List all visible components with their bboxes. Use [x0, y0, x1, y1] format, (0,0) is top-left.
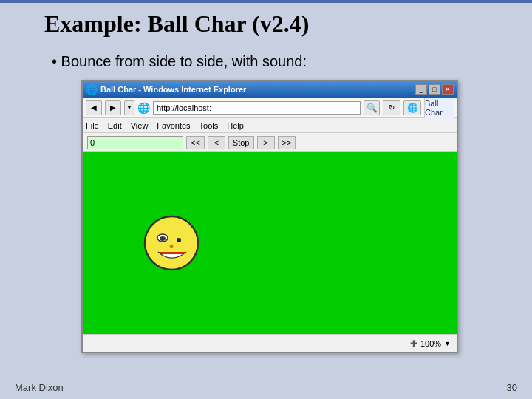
- svg-point-2: [160, 236, 166, 241]
- footer-page: 30: [507, 382, 517, 393]
- ie-window: 🌐 Ball Char - Windows Internet Explorer …: [81, 80, 458, 353]
- menu-file[interactable]: File: [86, 121, 99, 130]
- ie-titlebar: 🌐 Ball Char - Windows Internet Explorer …: [83, 81, 457, 98]
- smiley-face: [142, 214, 201, 273]
- ie-title-text: Ball Char - Windows Internet Explorer: [100, 85, 246, 94]
- svg-point-0: [145, 216, 198, 270]
- prev-prev-button[interactable]: <<: [186, 136, 205, 149]
- svg-point-4: [170, 245, 174, 248]
- ie-logo-icon: 🌐: [137, 102, 150, 114]
- stop-button[interactable]: Stop: [228, 136, 254, 149]
- titlebar-buttons: _ □ ✕: [415, 84, 454, 95]
- restore-button[interactable]: □: [429, 84, 440, 95]
- footer-author: Mark Dixon: [15, 382, 64, 393]
- zoom-plus-icon: ✚: [410, 338, 417, 349]
- ie-addressbar: ◀ ▶ ▼ 🌐 http://localhost: 🔍 ↻ 🌐 Ball Cha…: [83, 98, 457, 118]
- close-button[interactable]: ✕: [442, 84, 454, 95]
- bullet-text: Bounce from side to side, with sound:: [52, 53, 307, 70]
- menu-help[interactable]: Help: [227, 121, 244, 130]
- svg-point-3: [177, 238, 181, 242]
- search-button[interactable]: 🔍: [364, 100, 380, 115]
- top-line: [0, 0, 532, 3]
- ie-menubar: File Edit View Favorites Tools Help: [83, 118, 457, 133]
- minimize-button[interactable]: _: [415, 84, 427, 95]
- zoom-dropdown-icon[interactable]: ▼: [444, 340, 451, 347]
- forward-button[interactable]: ▶: [105, 100, 121, 115]
- next-next-button[interactable]: >>: [278, 136, 296, 149]
- nav-icon[interactable]: 🌐: [403, 100, 421, 115]
- position-input[interactable]: [87, 136, 183, 149]
- ie-title-icon: 🌐: [86, 84, 98, 95]
- dropdown-button[interactable]: ▼: [124, 100, 134, 115]
- menu-tools[interactable]: Tools: [200, 121, 219, 130]
- slide: Example: Ball Char (v2.4) Bounce from si…: [0, 0, 532, 399]
- ie-toolbar: << < Stop > >>: [83, 133, 457, 152]
- menu-favorites[interactable]: Favorites: [157, 121, 190, 130]
- menu-view[interactable]: View: [131, 121, 149, 130]
- prev-button[interactable]: <: [208, 136, 225, 149]
- ie-statusbar: ✚ 100% ▼: [83, 334, 457, 352]
- back-button[interactable]: ◀: [86, 100, 102, 115]
- refresh-button[interactable]: ↻: [383, 100, 400, 115]
- slide-title: Example: Ball Char (v2.4): [44, 10, 488, 38]
- next-button[interactable]: >: [257, 136, 275, 149]
- titlebar-left: 🌐 Ball Char - Windows Internet Explorer: [86, 84, 246, 95]
- corner-text: Ball Char: [425, 99, 454, 117]
- address-text: http://localhost:: [157, 103, 211, 112]
- menu-edit[interactable]: Edit: [108, 121, 122, 130]
- corner-icon: Ball Char: [424, 98, 454, 118]
- zoom-label: 100%: [420, 339, 441, 348]
- ie-content: [83, 152, 457, 334]
- address-box[interactable]: http://localhost:: [153, 101, 361, 115]
